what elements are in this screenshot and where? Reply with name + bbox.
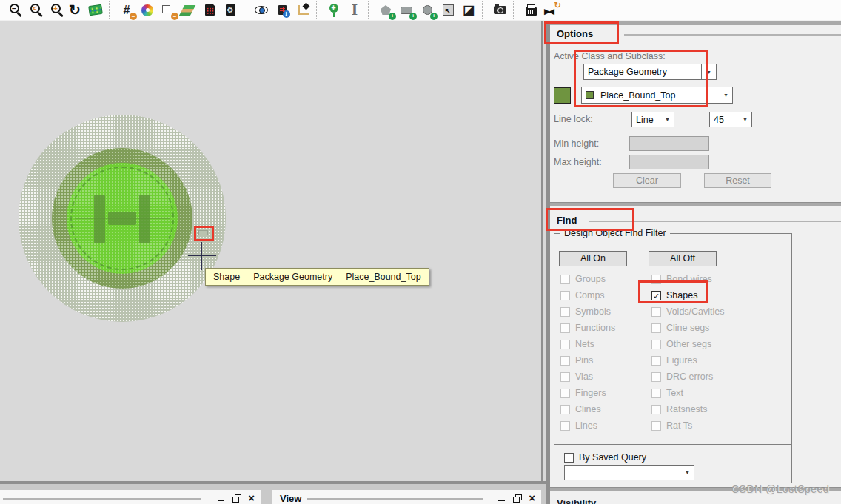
class-dropdown[interactable]: Package Geometry ▼ [583,64,717,80]
film-swap-icon[interactable] [541,1,562,19]
checkbox-box[interactable] [651,275,661,284]
select-shape-icon[interactable] [438,1,458,19]
by-saved-query-checkbox[interactable] [564,453,574,463]
redraw-icon[interactable]: ↻ [64,1,85,19]
all-on-button[interactable]: All On [559,251,627,266]
checkbox-drc-errors[interactable]: DRC errors [651,369,725,385]
checkbox-functions[interactable]: Functions [560,320,615,336]
toolbar-separator [316,1,321,19]
checkbox-bond-wires[interactable]: Bond wires [651,271,725,287]
checkbox-label: Text [666,388,683,398]
checkbox-lines[interactable]: Lines [560,417,615,434]
zoom-out-icon[interactable]: − [2,1,23,19]
checkbox-box[interactable] [560,405,570,414]
line-lock-type-dropdown[interactable]: Line ▼ [631,112,674,127]
checkbox-box[interactable] [651,372,661,382]
vertical-dock-splitter[interactable] [541,21,546,504]
chevron-down-icon[interactable]: ▼ [701,64,716,79]
panel-top-splitter[interactable] [550,21,841,25]
checkbox-fingers[interactable]: Fingers [560,385,615,401]
line-lock-angle-dropdown[interactable]: 45 ▼ [709,112,752,127]
close-icon[interactable]: × [248,493,255,503]
checkbox-label: Functions [575,323,615,333]
chevron-down-icon[interactable]: ▼ [723,93,728,98]
checkbox-vias[interactable]: Vias [560,369,615,385]
shape-pick-handle[interactable] [198,230,208,235]
zoom-previous-icon[interactable]: < [23,1,44,19]
checkbox-box[interactable] [651,307,661,317]
close-icon[interactable]: × [529,493,535,503]
subclass-dropdown[interactable]: Place_Bound_Top ▼ [581,87,733,104]
place-pin-icon[interactable] [324,1,344,19]
checkbox-shapes[interactable]: ✓Shapes [651,287,725,303]
add-circle-shape-icon[interactable]: + [417,1,438,19]
checkbox-text[interactable]: Text [651,385,725,401]
grid-toggle-icon[interactable]: #– [116,1,137,19]
checkbox-symbols[interactable]: Symbols [560,303,615,320]
checkbox-comps[interactable]: Comps [560,287,615,303]
shape-fill-icon[interactable]: ◪ [458,1,479,19]
checkbox-box[interactable] [560,372,570,382]
saved-query-dropdown[interactable]: ▼ [564,465,694,480]
checkbox-rat-ts[interactable]: Rat Ts [651,417,725,434]
options-find-splitter[interactable] [550,202,841,206]
checkbox-groups[interactable]: Groups [560,271,615,287]
checkbox-box[interactable] [560,291,570,300]
max-height-input[interactable] [629,155,709,169]
checkbox-box[interactable] [560,275,570,284]
chevron-down-icon[interactable]: ▼ [665,117,670,122]
checkbox-box[interactable] [560,307,570,317]
shadow-mode-icon[interactable]: – [158,1,178,19]
text-cursor-icon[interactable]: I [344,1,365,19]
checkbox-box[interactable] [560,356,570,366]
checkbox-cline-segs[interactable]: Cline segs [651,320,725,336]
checkbox-figures[interactable]: Figures [651,352,725,369]
restore-icon[interactable] [513,494,520,502]
checkbox-clines[interactable]: Clines [560,401,615,417]
checkbox-box[interactable] [560,340,570,349]
checkbox-box[interactable] [651,340,661,349]
checkbox-voids-cavities[interactable]: Voids/Cavities [651,303,725,320]
snapshot-icon[interactable] [489,1,510,19]
checkbox-ratsnests[interactable]: Ratsnests [651,401,725,417]
find-filter-divider [554,444,792,445]
clear-button[interactable]: Clear [613,173,681,188]
color-dialog-icon[interactable] [137,1,158,19]
measure-icon[interactable] [292,1,313,19]
checkbox-box[interactable] [560,323,570,333]
zoom-center-icon[interactable]: + [44,1,64,19]
chevron-down-icon[interactable]: ▼ [685,470,690,475]
checkbox-box[interactable] [560,389,570,398]
chevron-down-icon[interactable]: ▼ [743,117,748,122]
minimize-icon[interactable] [218,495,224,501]
design-parameters-icon[interactable] [220,1,241,19]
subclass-color-swatch[interactable] [554,87,571,104]
design-info-icon[interactable] [272,1,292,19]
checkbox-nets[interactable]: Nets [560,336,615,352]
checkbox-box[interactable] [651,405,661,414]
design-canvas[interactable]: Shape Package Geometry Place_Bound_Top [0,21,541,481]
reset-button[interactable]: Reset [704,173,771,188]
print-icon[interactable] [520,1,541,19]
command-title-rule [3,498,201,500]
checkbox-box[interactable] [651,323,661,333]
all-off-button[interactable]: All Off [649,251,717,266]
add-rect-shape-icon[interactable]: + [396,1,417,19]
restore-icon[interactable] [232,494,240,502]
checkbox-pins[interactable]: Pins [560,352,615,369]
add-polygon-shape-icon[interactable]: + [375,1,396,19]
min-height-input[interactable] [629,136,709,151]
checkbox-box[interactable] [651,421,661,431]
report-icon[interactable] [199,1,220,19]
checkbox-box[interactable] [560,421,570,431]
open-board-icon[interactable] [85,1,106,19]
layers-cross-section-icon[interactable] [178,1,199,19]
checkbox-box[interactable] [651,389,661,398]
checkbox-other-segs[interactable]: Other segs [651,336,725,352]
minimize-icon[interactable] [498,495,505,501]
visibility-icon[interactable] [251,1,272,19]
checkbox-box[interactable] [651,356,661,366]
checkbox-box[interactable]: ✓ [651,291,661,300]
line-lock-angle-value: 45 [714,115,724,125]
checkbox-by-saved-query[interactable]: By Saved Query [564,449,646,466]
